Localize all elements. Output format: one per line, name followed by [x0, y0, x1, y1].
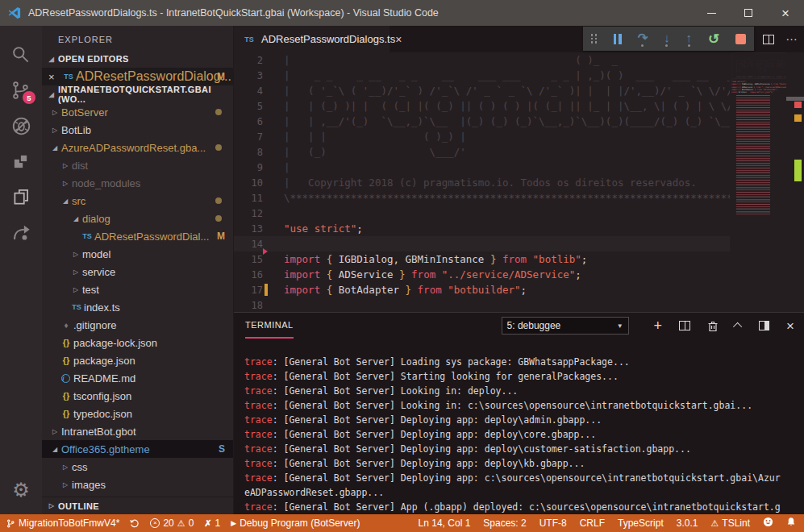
twisty-icon[interactable]: ▷ [45, 502, 58, 509]
code-line[interactable]: 15import { IGBDialog, GBMinInstance } fr… [234, 251, 730, 267]
activitybar-item-share[interactable] [0, 214, 42, 250]
statusbar-feedback[interactable] [763, 517, 773, 530]
editor-tab[interactable]: TS ADResetPasswordDialogs.ts × [234, 26, 390, 52]
maximize-button[interactable] [730, 0, 767, 26]
tree-item[interactable]: ◢src [42, 192, 233, 210]
tree-item[interactable]: ▷test [42, 281, 233, 298]
terminal-output[interactable]: trace: [General Bot Server] Loading sys … [234, 339, 804, 514]
code-line[interactable]: 11\*************************************… [234, 190, 730, 206]
code-line[interactable]: 5| | (_) )| | ( (_| |( (_) || ( ) ( ) |(… [234, 98, 730, 114]
minimize-button[interactable] [693, 0, 730, 26]
activitybar-item-settings[interactable]: ⚙ [0, 472, 42, 508]
sync-status[interactable] [130, 518, 140, 528]
code-line[interactable]: 6| | ,__/'(_) `\__,_)`\__ |(_) (_) (_)`\… [234, 114, 730, 129]
code-line[interactable]: 16import { ADService } from "../service/… [234, 267, 730, 282]
code-editor[interactable]: 2| ( )_ _ |3| _ _ _ __ _ _ __ ___ ___ _ … [234, 52, 804, 312]
twisty-icon[interactable]: ▷ [69, 268, 82, 276]
code-line[interactable]: 9| | [234, 160, 730, 175]
tree-item[interactable]: ▷model [42, 245, 233, 263]
code-line[interactable]: 4| ( '_`\ ( '__)/'_` ) /'_`\ /' _ ` _ `\… [234, 83, 730, 98]
code-line[interactable]: 12 [234, 206, 730, 221]
minimap[interactable]: /***************************************… [730, 52, 786, 312]
statusbar-encoding[interactable]: UTF-8 [539, 517, 567, 529]
twisty-icon[interactable]: ◢ [48, 144, 61, 152]
twisty-icon[interactable]: ▷ [59, 463, 72, 471]
close-window-button[interactable]: × [767, 0, 804, 26]
terminal-selector[interactable]: 5: debuggee ▼ [502, 317, 629, 335]
twisty-icon[interactable]: ▷ [48, 428, 61, 435]
statusbar-notifications[interactable] [786, 517, 796, 530]
step-over-button[interactable]: ↷ [638, 31, 648, 47]
tree-item[interactable]: ▷service [42, 263, 233, 281]
more-actions-icon[interactable]: … [785, 36, 798, 42]
kill-terminal-icon[interactable] [707, 320, 719, 332]
tree-item[interactable]: TSindex.ts [42, 298, 233, 316]
open-editor-item[interactable]: × TS ADResetPasswordDialog... M [42, 68, 233, 85]
activitybar-item-debug[interactable] [0, 108, 42, 143]
code-line[interactable]: 14 [234, 236, 730, 251]
close-panel-icon[interactable]: × [786, 319, 794, 333]
twisty-icon[interactable]: ◢ [59, 197, 72, 205]
twisty-icon[interactable]: ▷ [69, 251, 82, 258]
twisty-icon[interactable]: ▷ [59, 180, 72, 187]
tasks-status[interactable]: ✗ 1 [204, 517, 220, 529]
problems-status[interactable]: × 20 ⚠ 0 [150, 517, 194, 529]
code-line[interactable]: 7| | | ( )_) | | [234, 129, 730, 144]
tree-item[interactable]: ▷BotLib [42, 121, 233, 139]
twisty-icon[interactable]: ◢ [48, 446, 61, 453]
code-line[interactable]: 18 [234, 297, 730, 312]
new-terminal-button[interactable]: + [654, 318, 663, 333]
tree-item[interactable]: {}typedoc.json [42, 405, 233, 422]
code-line[interactable]: 3| _ _ _ __ _ _ __ ___ ___ _ _ | ,_)( ) … [234, 68, 730, 83]
tree-item[interactable]: {}tsconfig.json [42, 387, 233, 405]
tree-item[interactable]: iREADME.md [42, 369, 233, 387]
split-editor-icon[interactable] [763, 35, 774, 44]
twisty-icon[interactable]: ◢ [45, 56, 58, 63]
activitybar-item-extensions[interactable] [0, 143, 42, 179]
statusbar-language-mode[interactable]: TypeScript [618, 517, 664, 529]
statusbar-tslint-status[interactable]: ⚠TSLint [710, 517, 750, 529]
scrollbar-slider[interactable] [786, 97, 804, 101]
tab-terminal[interactable]: TERMINAL [245, 313, 294, 339]
twisty-icon[interactable]: ◢ [69, 215, 82, 222]
twisty-icon[interactable]: ▷ [59, 162, 72, 169]
tree-item[interactable]: {}package-lock.json [42, 334, 233, 351]
maximize-panel-icon[interactable] [733, 322, 742, 331]
statusbar-typescript-version[interactable]: 3.0.1 [677, 517, 698, 529]
tree-item[interactable]: ▷images [42, 476, 233, 493]
code-line[interactable]: 17import { BotAdapter } from "botbuilder… [234, 282, 730, 297]
pause-button[interactable] [614, 34, 622, 44]
tree-item[interactable]: ◢dialog [42, 210, 233, 227]
step-into-button[interactable]: ↓ [664, 31, 670, 47]
activitybar-item-documents[interactable] [0, 179, 42, 214]
twisty-icon[interactable]: ▷ [48, 127, 61, 134]
tree-item[interactable]: {}package.json [42, 351, 233, 369]
activitybar-item-search[interactable] [0, 37, 42, 73]
restart-button[interactable]: ↺ [708, 32, 719, 46]
twisty-icon[interactable]: ◢ [45, 91, 58, 98]
tree-item[interactable]: ▷node_modules [42, 174, 233, 192]
tree-item[interactable]: ♦.gitignore [42, 316, 233, 334]
tree-item[interactable]: ▷BotServer [42, 103, 233, 121]
tree-item[interactable]: ▷css [42, 458, 233, 476]
code-line[interactable]: 2| ( )_ _ | [234, 52, 730, 68]
outline-header[interactable]: ▷ OUTLINE [42, 497, 233, 514]
code-line[interactable]: 10| Copyright 2018 (c) pragmatismo.io. T… [234, 175, 730, 190]
close-tab-icon[interactable]: × [395, 33, 402, 46]
debug-launch-status[interactable]: ▶ Debug Program (BotServer) [231, 517, 360, 529]
statusbar-indentation[interactable]: Spaces: 2 [483, 517, 526, 529]
twisty-icon[interactable]: ▷ [69, 286, 82, 293]
tree-item[interactable]: ▷IntranetBot.gbot [42, 422, 233, 440]
twisty-icon[interactable]: ▷ [59, 481, 72, 488]
open-editors-header[interactable]: ◢ OPEN EDITORS [42, 50, 233, 68]
statusbar-cursor-position[interactable]: Ln 14, Col 1 [419, 517, 471, 529]
activitybar-item-source-control[interactable]: 5 [0, 73, 42, 108]
tree-item[interactable]: ◢Office365.gbthemeS [42, 440, 233, 458]
step-out-button[interactable]: ↑ [686, 31, 693, 47]
twisty-icon[interactable]: ▷ [48, 109, 61, 116]
toolbar-drag-handle[interactable] [591, 34, 598, 44]
statusbar-eol[interactable]: CRLF [580, 517, 605, 529]
git-branch-status[interactable]: MigrationToBotFmwV4* [6, 517, 119, 529]
split-terminal-icon[interactable] [679, 321, 690, 330]
tree-item[interactable]: ▷dist [42, 156, 233, 174]
